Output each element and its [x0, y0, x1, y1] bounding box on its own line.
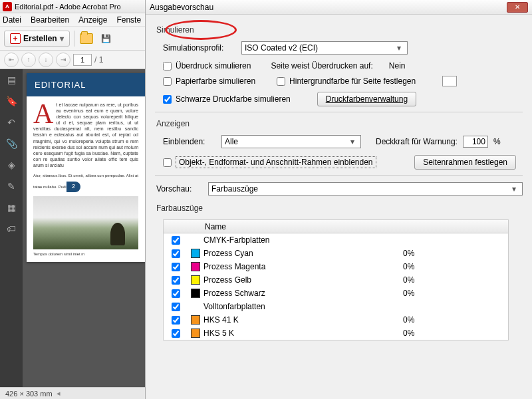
color-swatch — [191, 249, 200, 258]
ink-manager-button[interactable]: Druckfarbenverwaltung — [317, 92, 416, 106]
section-simulate: Simulieren — [156, 25, 523, 35]
signatures-icon[interactable]: ✎ — [5, 180, 18, 193]
standards-icon[interactable]: ▦ — [5, 201, 18, 214]
page-dimensions: 426 × 303 mm — [5, 390, 53, 398]
sim-profile-value: ISO Coated v2 (ECI) — [245, 43, 318, 53]
page-heading: EDITORIAL — [27, 73, 145, 96]
color-swatch — [191, 275, 200, 285]
pages-panel-icon[interactable]: ▤ — [5, 73, 18, 86]
blackink-label: Schwarze Druckfarbe simulieren — [176, 94, 291, 104]
status-bar: 426 × 303 mm ◂ — [0, 387, 145, 399]
separator — [155, 175, 523, 176]
show-value: Alle — [225, 137, 238, 146]
output-preview-dialog: Ausgabevorschau ✕ Simulieren Simulations… — [145, 0, 532, 399]
dialog-titlebar: Ausgabevorschau ✕ — [146, 0, 532, 15]
menu-file[interactable]: Datei — [3, 15, 21, 25]
plate-percent: 0% — [403, 289, 483, 298]
close-button[interactable]: ✕ — [507, 2, 528, 13]
menu-view[interactable]: Anzeige — [78, 15, 107, 25]
plate-percent: 0% — [403, 315, 483, 325]
plate-percent: 0% — [403, 249, 483, 258]
chevron-down-icon: ▾ — [509, 184, 519, 194]
boxes-checkbox[interactable] — [163, 158, 172, 167]
col-name: Name — [203, 222, 403, 231]
separations-table: Name CMYK-FarbplattenProzess Cyan0%Proze… — [163, 219, 509, 340]
create-button[interactable]: + Erstellen ▾ — [4, 31, 70, 47]
boxes-label: Objekt-, Endformat- und Anschnitt-Rahmen… — [176, 156, 376, 168]
plate-checkbox[interactable] — [172, 236, 180, 245]
pdf-icon: A — [3, 2, 12, 11]
last-page-button[interactable]: ⇥ — [56, 53, 70, 67]
plate-name: Volltonfarbplatten — [203, 302, 403, 311]
percent-label: % — [493, 137, 501, 146]
first-page-button[interactable]: ⇤ — [4, 53, 19, 67]
opacity-label: Deckkraft für Warnung: — [376, 137, 458, 146]
window-title: Editorial.pdf - Adobe Acrobat Pro — [15, 3, 121, 11]
page-number-badge: 2 — [66, 182, 80, 192]
sim-profile-select[interactable]: ISO Coated v2 (ECI) ▾ — [241, 41, 408, 55]
document-view[interactable]: EDITORIAL A t et laccae nulparum as rere… — [23, 69, 145, 387]
page-number-input[interactable] — [73, 54, 92, 66]
show-label: Einblenden: — [163, 137, 216, 146]
bgcolor-label: Hintergrundfarbe für Seite festlegen — [289, 76, 416, 86]
papercolor-checkbox[interactable] — [163, 77, 172, 86]
bgcolor-swatch[interactable] — [442, 76, 457, 86]
plate-checkbox[interactable] — [172, 289, 180, 298]
page-image — [33, 196, 138, 249]
pdf-page: EDITORIAL A t et laccae nulparum as rere… — [27, 73, 145, 262]
color-swatch — [191, 329, 200, 338]
prev-page-button[interactable]: ↑ — [21, 53, 36, 67]
create-label: Erstellen — [23, 34, 57, 43]
plate-name: Prozess Schwarz — [203, 289, 403, 298]
overprint-label: Überdruck simulieren — [176, 61, 251, 70]
page-overprint-value: Nein — [389, 61, 406, 70]
preview-label: Vorschau: — [156, 184, 203, 194]
layers-icon[interactable]: ◈ — [5, 158, 18, 172]
bgcolor-checkbox[interactable] — [277, 77, 285, 86]
plate-checkbox[interactable] — [172, 263, 180, 271]
ink-manager-label: Druckfarbenverwaltung — [326, 94, 408, 104]
preview-select[interactable]: Farbauszüge ▾ — [208, 182, 523, 196]
body-text-2: Atur, sitaecus.Ibus. Et omnit, alibea co… — [33, 174, 138, 189]
papercolor-label: Papierfarbe simulieren — [176, 76, 255, 86]
plate-checkbox[interactable] — [172, 276, 180, 285]
page-total: / 1 — [94, 55, 103, 65]
opacity-input[interactable] — [463, 136, 488, 148]
blackink-checkbox[interactable] — [163, 95, 172, 104]
save-button[interactable]: 💾 — [98, 31, 114, 47]
table-header: Name — [164, 220, 508, 233]
table-row: Prozess Gelb0% — [164, 273, 508, 287]
plate-checkbox[interactable] — [172, 316, 180, 325]
table-row: HKS 5 K0% — [164, 327, 508, 340]
page-body: A t et laccae nulparum as rere, ut porib… — [27, 96, 145, 262]
close-icon: ✕ — [515, 3, 520, 11]
plate-name: HKS 41 K — [203, 315, 403, 325]
plate-name: CMYK-Farbplatten — [203, 235, 403, 245]
menu-window[interactable]: Fenste — [116, 15, 141, 25]
plate-checkbox[interactable] — [172, 303, 180, 311]
section-separations: Farbauszüge — [156, 203, 523, 213]
next-page-button[interactable]: ↓ — [39, 53, 53, 67]
color-swatch — [191, 289, 200, 298]
plate-checkbox[interactable] — [172, 249, 180, 258]
table-row: HKS 41 K0% — [164, 313, 508, 327]
open-button[interactable] — [78, 31, 94, 47]
floppy-icon: 💾 — [101, 34, 111, 43]
undo-icon[interactable]: ↶ — [5, 116, 18, 129]
show-select[interactable]: Alle ▾ — [221, 135, 361, 148]
bookmarks-icon[interactable]: 🔖 — [5, 94, 18, 108]
preview-value: Farbauszüge — [211, 184, 258, 194]
plus-icon: + — [10, 33, 21, 44]
folder-icon — [80, 33, 93, 44]
plate-percent: 0% — [403, 275, 483, 285]
plate-checkbox[interactable] — [172, 329, 180, 338]
tags-icon[interactable]: 🏷 — [5, 222, 18, 235]
color-swatch — [191, 262, 200, 271]
overprint-checkbox[interactable] — [163, 62, 172, 70]
pageboxes-button[interactable]: Seitenrahmen festlegen — [414, 155, 516, 170]
attachments-icon[interactable]: 📎 — [5, 137, 18, 150]
chevron-left-icon[interactable]: ◂ — [57, 389, 61, 398]
section-show: Anzeigen — [156, 119, 523, 128]
menu-edit[interactable]: Bearbeiten — [31, 15, 69, 25]
separator — [74, 31, 74, 47]
